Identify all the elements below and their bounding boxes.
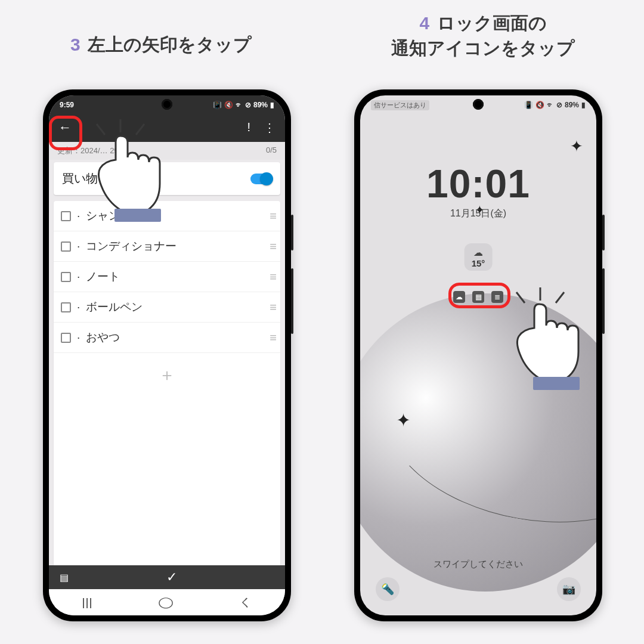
android-nav-bar: ||| ◯ く: [49, 589, 285, 615]
svg-line-4: [516, 292, 525, 303]
swipe-hint: スワイプしてください: [360, 559, 596, 570]
add-item-button[interactable]: ＋: [54, 353, 280, 397]
phone-camera-cutout: [473, 99, 484, 110]
battery-text: 89%: [253, 101, 268, 109]
no-sim-icon: ⊘: [245, 101, 251, 109]
weather-cloud-icon: ☁: [472, 247, 485, 258]
camera-button[interactable]: 📷: [557, 577, 581, 601]
checklist: ·シャンプー ≡ ·コンディショナー ≡ ·ノート ≡ ·ボールペン ≡ ·おや…: [54, 201, 280, 565]
checkbox-icon[interactable]: [61, 242, 71, 252]
vibrate-icon: 📳: [524, 101, 533, 109]
list-item[interactable]: ·ボールペン ≡: [54, 292, 280, 323]
nav-back-button[interactable]: く: [239, 595, 252, 609]
drag-handle-icon[interactable]: ≡: [270, 240, 273, 253]
wifi-icon: ᯤ: [236, 101, 243, 109]
step-3-title: 3 左上の矢印をタップ: [12, 32, 310, 57]
status-icons: 📳 🔇 ᯤ ⊘ 89% ▮: [213, 101, 274, 109]
battery-icon: ▮: [581, 101, 586, 109]
step-4-number: 4: [419, 13, 429, 33]
svg-rect-7: [533, 377, 580, 390]
drag-handle-icon[interactable]: ≡: [270, 270, 273, 284]
drag-handle-icon[interactable]: ≡: [270, 209, 273, 223]
phone-mockup-left: 9:59 📳 🔇 ᯤ ⊘ 89% ▮ ← ! ⋮ 更新：2024/… 29 0/…: [43, 89, 291, 621]
sparkle-icon: ✦: [570, 137, 583, 156]
phone-camera-cutout: [162, 99, 172, 110]
wifi-icon: ᯤ: [547, 101, 554, 109]
list-item-label: おやつ: [86, 330, 120, 345]
carrier-label: 信サービスはあり: [371, 100, 429, 110]
lock-clock: 10:01 11月15日(金): [360, 161, 596, 220]
svg-rect-3: [114, 209, 161, 222]
checkbox-icon[interactable]: [61, 272, 71, 282]
step-4-text: ロック画面の 通知アイコンをタップ: [391, 13, 575, 58]
svg-line-0: [97, 124, 105, 135]
no-sim-icon: ⊘: [556, 101, 562, 109]
list-item-label: コンディショナー: [86, 239, 177, 254]
mute-icon: 🔇: [535, 101, 544, 109]
list-item[interactable]: ·ノート ≡: [54, 262, 280, 292]
list-item-label: ノート: [86, 269, 120, 284]
tap-gesture-icon: [85, 119, 186, 227]
flashlight-button[interactable]: 🔦: [376, 577, 400, 601]
phone-mockup-right: 信サービスはあり 📳 🔇 ᯤ ⊘ 89% ▮ ✦ ✦ ✦ 10:01 11月15…: [354, 89, 602, 621]
item-counter: 0/5: [266, 145, 277, 156]
app-screen: 9:59 📳 🔇 ᯤ ⊘ 89% ▮ ← ! ⋮ 更新：2024/… 29 0/…: [49, 95, 285, 615]
notes-icon[interactable]: ▤: [60, 572, 69, 583]
weather-temp: 15°: [472, 258, 485, 268]
list-item[interactable]: ·コンディショナー ≡: [54, 231, 280, 262]
overflow-menu-button[interactable]: ⋮: [264, 120, 275, 135]
tap-gesture-icon: [499, 286, 596, 400]
app-bottom-bar: ▤ ✓: [49, 565, 285, 589]
step-4-title: 4 ロック画面の 通知アイコンをタップ: [334, 11, 632, 61]
lock-time: 10:01: [360, 161, 596, 206]
status-time: 9:59: [60, 101, 74, 109]
confirm-check-button[interactable]: ✓: [166, 569, 177, 585]
vibrate-icon: 📳: [213, 101, 222, 109]
status-icons: 📳 🔇 ᯤ ⊘ 89% ▮: [524, 101, 586, 109]
step-3-text: 左上の矢印をタップ: [88, 35, 252, 54]
checkbox-icon[interactable]: [61, 211, 71, 221]
highlight-back-arrow: [49, 116, 82, 150]
list-item-label: ボールペン: [86, 299, 143, 315]
drag-handle-icon[interactable]: ≡: [270, 301, 273, 314]
drag-handle-icon[interactable]: ≡: [270, 331, 273, 345]
svg-line-6: [556, 292, 564, 303]
battery-text: 89%: [565, 101, 579, 109]
nav-recent-button[interactable]: |||: [82, 596, 92, 609]
lock-date: 11月15日(金): [360, 208, 596, 220]
step-3-number: 3: [70, 35, 80, 54]
warning-button[interactable]: !: [247, 120, 250, 135]
checkbox-icon[interactable]: [61, 333, 71, 343]
weather-widget[interactable]: ☁ 15°: [465, 243, 493, 271]
battery-icon: ▮: [270, 101, 274, 109]
mute-icon: 🔇: [224, 101, 233, 109]
svg-line-2: [136, 124, 144, 135]
sparkle-icon: ✦: [396, 410, 411, 431]
checkbox-icon[interactable]: [61, 302, 71, 312]
nav-home-button[interactable]: ◯: [158, 596, 174, 609]
lock-screen[interactable]: 信サービスはあり 📳 🔇 ᯤ ⊘ 89% ▮ ✦ ✦ ✦ 10:01 11月15…: [360, 95, 596, 615]
list-toggle[interactable]: [250, 174, 272, 184]
list-item[interactable]: ·おやつ ≡: [54, 323, 280, 353]
